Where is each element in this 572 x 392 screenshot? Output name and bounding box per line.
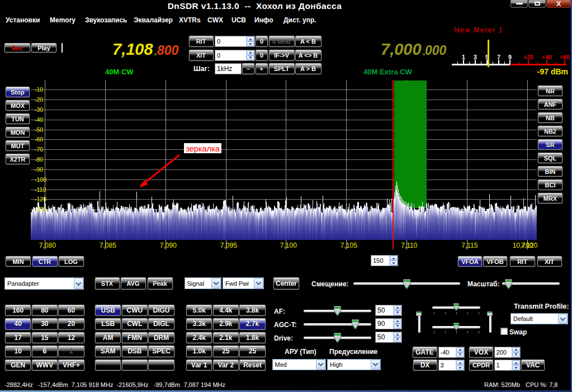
svg-text:-97 dBm: -97 dBm <box>537 67 568 76</box>
svg-text:-80: -80 <box>35 156 43 163</box>
svg-text:7,095: 7,095 <box>220 242 237 249</box>
svg-text:зеркалка: зеркалка <box>186 144 220 153</box>
svg-text:7: 7 <box>497 54 500 60</box>
svg-text:-130: -130 <box>35 206 46 212</box>
svg-text:-50: -50 <box>35 126 43 133</box>
svg-text:1: 1 <box>462 54 465 60</box>
svg-text:New Meter 1: New Meter 1 <box>454 26 503 34</box>
svg-text:-60: -60 <box>35 136 43 143</box>
svg-text:7,105: 7,105 <box>341 242 357 249</box>
svg-text:7,085: 7,085 <box>100 242 116 249</box>
svg-text:7,110: 7,110 <box>401 242 417 249</box>
svg-text:+40: +40 <box>542 54 552 60</box>
svg-text:7,090: 7,090 <box>160 242 177 249</box>
svg-text:7,080: 7,080 <box>39 242 56 249</box>
svg-text:-40: -40 <box>35 116 43 123</box>
svg-text:7,100: 7,100 <box>280 242 297 249</box>
svg-text:3: 3 <box>474 54 477 60</box>
svg-text:-100: -100 <box>35 176 46 183</box>
svg-text:-20: -20 <box>35 96 43 103</box>
svg-text:7,115: 7,115 <box>461 242 478 249</box>
svg-text:-70: -70 <box>35 146 43 153</box>
svg-text:-120: -120 <box>35 196 46 202</box>
svg-text:+20: +20 <box>523 54 533 60</box>
svg-text:9: 9 <box>508 54 512 60</box>
svg-text:-90: -90 <box>35 166 43 173</box>
svg-text:+60: +60 <box>560 54 570 60</box>
svg-text:-10: -10 <box>35 86 43 93</box>
svg-text:-30: -30 <box>35 106 43 113</box>
svg-text:-110: -110 <box>35 186 46 193</box>
svg-text:10,700: 10,700 <box>513 242 533 249</box>
